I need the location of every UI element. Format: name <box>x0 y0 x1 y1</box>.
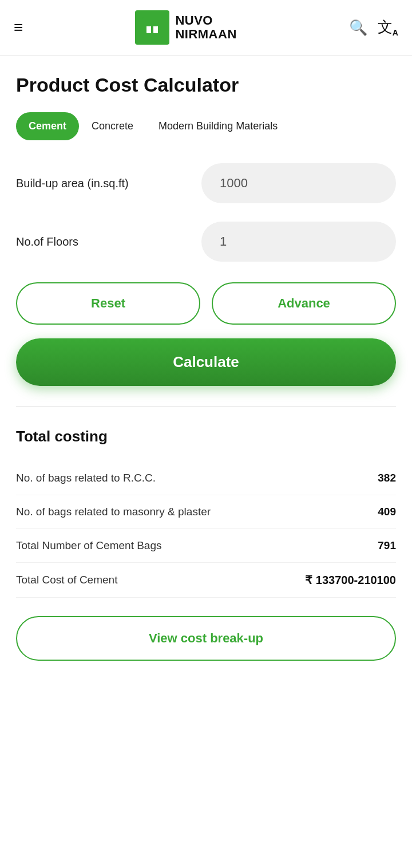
floors-row: No.of Floors <box>16 222 396 262</box>
result-label-masonry: No. of bags related to masonry & plaster <box>16 506 211 518</box>
build-up-area-label: Build-up area (in.sq.ft) <box>16 176 129 191</box>
translate-icon[interactable]: 文A <box>378 17 398 37</box>
result-value-total-cost: ₹ 133700-210100 <box>305 573 396 587</box>
logo-box <box>135 10 169 45</box>
advance-button[interactable]: Advance <box>212 282 396 325</box>
result-row-masonry: No. of bags related to masonry & plaster… <box>16 495 396 529</box>
result-value-masonry: 409 <box>378 506 396 518</box>
logo[interactable]: NUVO NIRMAAN <box>135 10 236 45</box>
result-row-total-bags: Total Number of Cement Bags 791 <box>16 529 396 563</box>
results-section: Total costing No. of bags related to R.C… <box>16 428 396 661</box>
result-row-rcc: No. of bags related to R.C.C. 382 <box>16 461 396 495</box>
logo-text: NUVO NIRMAAN <box>175 14 236 41</box>
tab-concrete[interactable]: Concrete <box>79 112 146 140</box>
tab-modern-building-materials[interactable]: Modern Building Materials <box>146 112 290 140</box>
hamburger-icon[interactable]: ≡ <box>14 19 23 35</box>
page-title: Product Cost Calculator <box>16 74 396 96</box>
result-label-rcc: No. of bags related to R.C.C. <box>16 472 156 484</box>
divider <box>16 407 396 407</box>
result-label-total-bags: Total Number of Cement Bags <box>16 539 162 552</box>
result-row-total-cost: Total Cost of Cement ₹ 133700-210100 <box>16 563 396 598</box>
main-content: Product Cost Calculator Cement Concrete … <box>0 56 412 684</box>
view-cost-breakup-button[interactable]: View cost break-up <box>16 616 396 661</box>
app-header: ≡ NUVO NIRMAAN 🔍 文A <box>0 0 412 56</box>
results-title: Total costing <box>16 428 396 445</box>
calculate-button[interactable]: Calculate <box>16 338 396 386</box>
build-up-area-row: Build-up area (in.sq.ft) <box>16 163 396 203</box>
result-label-total-cost: Total Cost of Cement <box>16 574 117 586</box>
calculator-form: Build-up area (in.sq.ft) No.of Floors <box>16 163 396 262</box>
tab-cement[interactable]: Cement <box>16 112 79 140</box>
tabs-container: Cement Concrete Modern Building Material… <box>16 112 396 140</box>
build-up-area-input[interactable] <box>201 163 396 203</box>
reset-button[interactable]: Reset <box>16 282 200 325</box>
header-right: 🔍 文A <box>349 17 398 37</box>
action-buttons-row: Reset Advance <box>16 282 396 325</box>
header-left: ≡ <box>14 19 23 35</box>
svg-rect-4 <box>146 22 158 26</box>
result-value-total-bags: 791 <box>378 539 396 552</box>
floors-input[interactable] <box>201 222 396 262</box>
floors-label: No.of Floors <box>16 234 78 249</box>
result-value-rcc: 382 <box>378 472 396 484</box>
search-icon[interactable]: 🔍 <box>349 19 367 37</box>
